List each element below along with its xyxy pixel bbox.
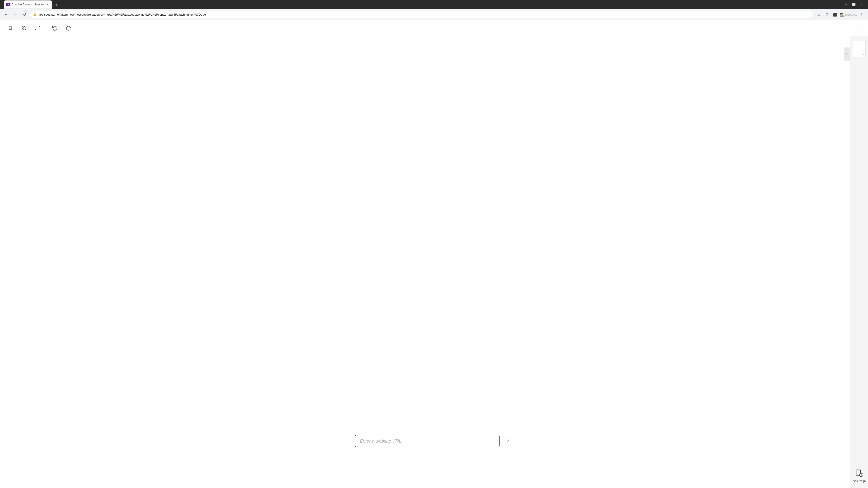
delete-button[interactable]: 🗑 [5,23,16,33]
toolbar-right [855,24,863,32]
zoom-in-icon [21,25,27,31]
maximize-button[interactable]: ⬜ [850,1,857,8]
forward-button[interactable]: → [12,11,19,18]
add-page-icon [854,468,864,478]
redo-button[interactable] [64,23,73,33]
page-menu-button[interactable]: ··· [862,53,864,56]
back-icon: ← [4,12,8,17]
split-icon: ⬛ [833,12,837,17]
security-icon: 🔒 [33,13,37,16]
svg-line-5 [35,29,37,30]
nav-icons: ☆ ⬡ ⬛ 🕵️ Incognito ⋮ [815,11,865,18]
url-input-area: ✓ [355,435,513,447]
sidebar-toggle-button[interactable] [844,47,850,61]
address-bar[interactable]: 🔒 app.seesaw.me/#/item/new/message?reloa… [30,11,813,18]
new-tab-button[interactable]: + [53,2,60,8]
canvas-content: ✓ [0,36,868,488]
reload-button[interactable]: ↺ [21,11,28,18]
extensions-icon: ⬡ [826,12,829,17]
incognito-badge: 🕵️ Incognito [840,12,857,17]
add-page-label: Add Page [853,479,866,483]
split-button[interactable]: ⬛ [832,11,839,18]
app-container: 🗑 [0,20,868,488]
close-window-button[interactable]: ✕ [858,1,864,8]
url-display: app.seesaw.me/#/item/new/message?reloade… [38,13,811,16]
more-icon: ⋮ [860,12,864,17]
page-number: 1 [855,53,856,56]
fullscreen-icon [35,25,40,31]
tab-bar: S Creative Canvas - Seesaw × + [2,0,61,8]
checkmark-icon: ✓ [506,438,510,444]
minimize-button[interactable]: ─ [843,1,849,8]
zoom-in-button[interactable] [19,23,29,33]
url-input[interactable] [355,435,500,447]
redo-icon [66,25,71,31]
tab-favicon: S [6,3,10,6]
chevron-right-icon [845,53,848,56]
tab-title: Creative Canvas - Seesaw [12,3,44,6]
browser-chrome: S Creative Canvas - Seesaw × + ─ ⬜ ✕ ← →… [0,0,868,20]
title-bar: S Creative Canvas - Seesaw × + ─ ⬜ ✕ [0,0,868,9]
toolbar: 🗑 [0,20,868,36]
sidebar-panel: 1 ··· Add Page [850,36,868,488]
window-controls: ─ ⬜ ✕ [843,1,864,8]
trash-icon: 🗑 [8,25,13,31]
url-submit-button[interactable]: ✓ [503,436,513,446]
svg-line-4 [38,26,39,28]
bookmark-button[interactable]: ☆ [815,11,823,18]
fullscreen-button[interactable] [33,23,42,33]
tab-close-button[interactable]: × [46,3,49,6]
undo-button[interactable] [50,23,60,33]
extensions-button[interactable]: ⬡ [824,11,831,18]
navigation-bar: ← → ↺ 🔒 app.seesaw.me/#/item/new/message… [0,9,868,20]
add-page-button[interactable]: Add Page [853,468,866,483]
chevron-down-icon [857,26,861,30]
more-options-button[interactable]: ⋮ [858,11,865,18]
chevron-down-button[interactable] [855,24,863,32]
active-tab[interactable]: S Creative Canvas - Seesaw × [4,0,52,8]
reload-icon: ↺ [23,12,26,17]
incognito-label: Incognito [845,13,857,16]
svg-line-3 [25,29,26,30]
bookmark-icon: ☆ [817,12,820,17]
toolbar-separator [46,24,46,32]
page-thumbnail[interactable]: 1 ··· [853,41,866,57]
undo-icon [52,25,58,31]
back-button[interactable]: ← [3,11,10,18]
forward-icon: → [13,12,17,17]
canvas-area: ✓ 1 ··· [0,36,868,488]
